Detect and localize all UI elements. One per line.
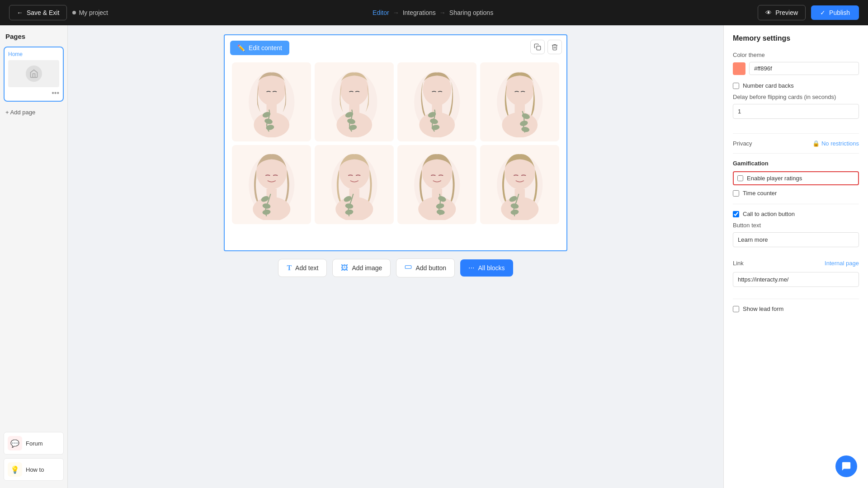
privacy-value[interactable]: 🔒 No restrictions xyxy=(812,140,859,147)
show-lead-form-checkbox[interactable] xyxy=(733,306,739,312)
page-home-title: Home xyxy=(8,51,59,57)
color-theme-label: Color theme xyxy=(733,52,859,58)
gamification-section: Gamification Enable player ratings Time … xyxy=(733,160,859,197)
nav-steps: Editor → Integrations → Sharing options xyxy=(373,9,493,16)
forum-label: Forum xyxy=(26,440,43,447)
show-lead-form-row: Show lead form xyxy=(733,305,859,312)
add-page-button[interactable]: + Add page xyxy=(4,107,64,117)
color-hex-input[interactable] xyxy=(749,62,859,75)
preview-button[interactable]: 👁 Preview xyxy=(758,5,806,20)
all-blocks-button[interactable]: ··· All blocks xyxy=(460,259,513,277)
nav-left: ← Save & Exit My project xyxy=(9,5,108,20)
page-item-footer: ••• xyxy=(8,89,59,97)
page-item-home[interactable]: Home ••• xyxy=(4,47,64,102)
add-button-button[interactable]: Add button xyxy=(396,258,455,277)
preview-label: Preview xyxy=(775,9,798,16)
add-image-button[interactable]: 🖼 Add image xyxy=(332,259,391,277)
tool-forum[interactable]: 💬 Forum xyxy=(4,432,64,455)
forum-icon: 💬 xyxy=(8,436,22,450)
svg-rect-0 xyxy=(537,46,541,50)
howto-icon: 💡 xyxy=(8,462,22,477)
memory-card[interactable] xyxy=(397,145,476,224)
privacy-value-text: No restrictions xyxy=(821,140,859,147)
link-type-text: Internal page xyxy=(825,260,859,267)
enable-player-ratings-label: Enable player ratings xyxy=(747,175,802,182)
canvas-area: ✏️ Edit content xyxy=(68,25,723,488)
divider-3 xyxy=(733,204,859,204)
canvas-frame: ✏️ Edit content xyxy=(224,34,567,251)
panel-title: Memory settings xyxy=(733,34,859,42)
internal-page-link[interactable]: Internal page xyxy=(825,260,859,267)
add-image-label: Add image xyxy=(352,264,382,272)
publish-label: Publish xyxy=(829,9,850,16)
call-to-action-label: Call to action button xyxy=(743,211,795,217)
time-counter-checkbox[interactable] xyxy=(733,190,739,197)
divider-2 xyxy=(733,153,859,154)
memory-card[interactable] xyxy=(480,62,559,141)
link-url-input[interactable] xyxy=(733,272,859,287)
pencil-icon: ✏️ xyxy=(237,44,245,52)
memory-card[interactable] xyxy=(480,145,559,224)
canvas-toolbar: T Add text 🖼 Add image Add button ··· Al… xyxy=(278,258,513,277)
memory-card[interactable] xyxy=(315,145,394,224)
enable-player-ratings-checkbox[interactable] xyxy=(737,175,743,181)
sidebar-tools: 💬 Forum 💡 How to xyxy=(4,432,64,481)
number-card-backs-checkbox[interactable] xyxy=(733,83,739,89)
privacy-row: Privacy 🔒 No restrictions xyxy=(733,140,859,147)
delay-input[interactable] xyxy=(733,104,859,119)
button-icon xyxy=(405,263,412,272)
add-page-label: + Add page xyxy=(5,109,35,116)
color-swatch[interactable] xyxy=(733,62,745,75)
step-sharing[interactable]: Sharing options xyxy=(449,9,493,16)
time-counter-row: Time counter xyxy=(733,190,859,197)
enable-player-ratings-row: Enable player ratings xyxy=(733,171,859,185)
add-button-label: Add button xyxy=(415,264,446,272)
step-integrations[interactable]: Integrations xyxy=(403,9,436,16)
link-label: Link xyxy=(733,260,744,267)
all-blocks-label: All blocks xyxy=(478,264,505,272)
edit-content-label: Edit content xyxy=(249,44,282,52)
home-icon-circle xyxy=(26,66,42,82)
button-text-label: Button text xyxy=(733,222,859,229)
svg-rect-57 xyxy=(406,266,411,269)
memory-card[interactable] xyxy=(315,62,394,141)
delete-button[interactable] xyxy=(547,40,562,54)
divider-4 xyxy=(733,299,859,299)
tool-howto[interactable]: 💡 How to xyxy=(4,458,64,481)
privacy-label: Privacy xyxy=(733,140,752,147)
publish-button[interactable]: ✓ Publish xyxy=(811,5,859,20)
divider-1 xyxy=(733,133,859,134)
page-home-thumbnail xyxy=(8,60,59,87)
add-text-button[interactable]: T Add text xyxy=(278,259,327,277)
delay-section: Delay before flipping cards (in seconds) xyxy=(733,94,859,126)
memory-card[interactable] xyxy=(232,62,311,141)
memory-card[interactable] xyxy=(397,62,476,141)
button-text-section: Button text xyxy=(733,222,859,253)
blocks-icon: ··· xyxy=(468,264,474,272)
sidebar-title: Pages xyxy=(4,33,64,40)
top-navigation: ← Save & Exit My project Editor → Integr… xyxy=(0,0,868,25)
button-text-input[interactable] xyxy=(733,232,859,247)
dot-indicator xyxy=(72,11,76,14)
chat-button[interactable] xyxy=(835,455,857,477)
number-card-backs-row: Number card backs xyxy=(733,82,859,89)
color-theme-section: Color theme xyxy=(733,52,859,75)
main-layout: Pages Home ••• + Add page 💬 Forum xyxy=(0,25,868,488)
duplicate-button[interactable] xyxy=(530,40,545,54)
edit-content-button[interactable]: ✏️ Edit content xyxy=(230,41,289,55)
save-exit-button[interactable]: ← Save & Exit xyxy=(9,5,67,20)
lock-icon: 🔒 xyxy=(812,140,820,147)
call-to-action-checkbox[interactable] xyxy=(733,211,739,217)
back-icon: ← xyxy=(17,9,23,16)
image-icon: 🖼 xyxy=(341,264,348,272)
arrow-2: → xyxy=(439,9,446,16)
show-lead-form-label: Show lead form xyxy=(743,305,783,312)
page-more-button[interactable]: ••• xyxy=(52,89,59,97)
sidebar: Pages Home ••• + Add page 💬 Forum xyxy=(0,25,68,488)
arrow-1: → xyxy=(393,9,399,16)
project-name-text: My project xyxy=(79,9,108,16)
color-row xyxy=(733,62,859,75)
memory-grid xyxy=(225,35,566,231)
step-editor[interactable]: Editor xyxy=(373,9,389,16)
memory-card[interactable] xyxy=(232,145,311,224)
